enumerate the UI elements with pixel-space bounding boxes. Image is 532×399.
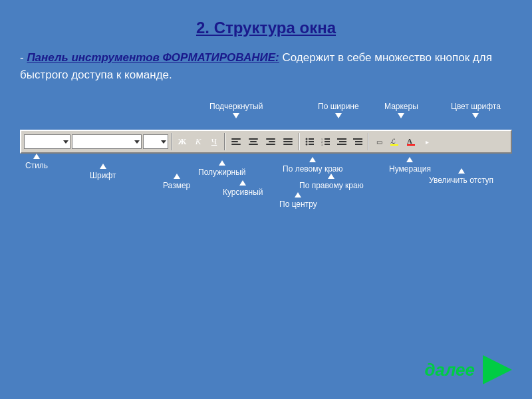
arrow-up-icon (219, 160, 225, 166)
svg-rect-13 (339, 141, 346, 142)
svg-rect-3 (309, 141, 314, 142)
label-uvelichit-otstup: Увеличить отступ (429, 168, 493, 185)
next-label: далее (424, 360, 475, 380)
bullets-button[interactable] (303, 134, 317, 150)
svg-text:A: A (407, 137, 412, 145)
label-razmer: Размер (163, 174, 190, 190)
arrow-up-icon (100, 164, 106, 169)
svg-rect-17 (355, 144, 362, 145)
align-right-icon (265, 137, 277, 146)
next-button[interactable]: далее (424, 355, 512, 384)
decrease-indent-icon (337, 137, 346, 146)
separator (368, 133, 369, 150)
bullets-icon (305, 137, 315, 146)
label-polujirny: Полужирный (198, 160, 246, 177)
label-po-shirine: По ширине (318, 102, 359, 118)
font-color-icon: A (406, 137, 416, 146)
arrow-up-icon (239, 180, 246, 186)
label-po-tsentru: По центру (279, 192, 317, 209)
toolbar-section: Подчеркнутый По ширине Маркеры Цвет шриф… (20, 102, 512, 240)
label-podcherknuty: Подчеркнутый (209, 102, 263, 118)
svg-rect-7 (325, 138, 330, 140)
align-justify-button[interactable] (280, 134, 296, 150)
align-left-icon (230, 137, 242, 146)
style-dropdown[interactable]: Обычный (24, 134, 70, 149)
numbering-button[interactable]: 1. 2. 3. (319, 134, 333, 150)
arrow-down-icon (398, 113, 404, 118)
align-center-icon (247, 137, 259, 146)
font-color-button[interactable]: A (404, 134, 418, 150)
label-tsvet-shrifta: Цвет шрифта (451, 102, 501, 118)
separator (224, 133, 225, 150)
label-po-pravomu: По правому краю (299, 174, 364, 190)
style-value: Обычный (26, 138, 59, 146)
border-color-button[interactable]: ▭ (372, 134, 386, 150)
bottom-labels-container: Стиль Шрифт Размер Полужирный Курсивный … (20, 154, 512, 240)
numbering-icon: 1. 2. 3. (321, 137, 331, 146)
svg-text:ℒ: ℒ (390, 138, 396, 145)
arrow-up-icon (174, 174, 180, 179)
subtitle-prefix: - (20, 51, 27, 64)
align-left-button[interactable] (228, 134, 244, 150)
arrow-up-icon (406, 157, 413, 162)
arrow-down-icon (233, 113, 239, 118)
svg-rect-5 (309, 144, 314, 145)
font-dropdown[interactable]: Times New Roman (72, 134, 142, 149)
italic-button[interactable]: К (191, 134, 205, 150)
svg-text:3.: 3. (321, 143, 323, 146)
page-title: 2. Структура окна (0, 0, 532, 37)
top-labels-container: Подчеркнутый По ширине Маркеры Цвет шриф… (20, 102, 512, 130)
highlight-color-button[interactable]: ℒ (388, 134, 402, 150)
separator (171, 133, 172, 150)
label-numeratsiya: Нумерация (389, 157, 431, 174)
svg-point-2 (306, 141, 308, 143)
font-caret-icon (134, 140, 140, 144)
bold-button[interactable]: Ж (175, 134, 190, 150)
increase-indent-icon (353, 137, 362, 146)
align-center-button[interactable] (245, 134, 261, 150)
arrow-up-icon (309, 157, 316, 162)
style-caret-icon (63, 140, 68, 144)
font-value: Times New Roman (74, 134, 132, 150)
svg-rect-11 (325, 144, 330, 145)
svg-rect-21 (407, 144, 415, 146)
arrow-up-icon (295, 192, 301, 198)
svg-rect-12 (337, 138, 346, 140)
svg-rect-16 (355, 141, 362, 142)
svg-point-0 (306, 138, 308, 140)
label-shrift: Шрифт (90, 164, 116, 180)
next-arrow-icon (483, 355, 512, 384)
align-justify-icon (282, 137, 294, 146)
highlight-icon: ℒ (390, 137, 400, 146)
label-kursivny: Курсивный (223, 180, 263, 197)
svg-rect-1 (309, 138, 314, 140)
label-markery: Маркеры (384, 102, 418, 118)
arrow-up-icon (33, 154, 40, 159)
formatting-toolbar: Обычный Times New Roman 10 Ж К Ч (20, 130, 512, 154)
subtitle-text: - Панель инструментов ФОРМАТИРОВАНИЕ: Со… (20, 49, 512, 83)
size-value: 10 (145, 138, 153, 146)
svg-point-4 (306, 144, 308, 146)
svg-rect-9 (325, 141, 330, 142)
arrow-down-icon (335, 113, 342, 118)
svg-rect-14 (337, 144, 346, 145)
svg-rect-15 (353, 138, 362, 140)
label-stil: Стиль (25, 154, 48, 170)
arrow-up-icon (458, 168, 465, 174)
decrease-indent-button[interactable] (334, 134, 349, 150)
separator (299, 133, 300, 150)
increase-indent-button[interactable] (350, 134, 365, 150)
align-right-button[interactable] (263, 134, 279, 150)
arrow-down-icon (472, 113, 479, 118)
svg-rect-19 (390, 144, 398, 146)
arrow-up-icon (328, 174, 334, 179)
subtitle-highlight: Панель инструментов ФОРМАТИРОВАНИЕ: (27, 51, 279, 64)
more-button[interactable]: ▸ (420, 134, 434, 150)
label-po-levomu: По левому краю (283, 157, 343, 174)
size-caret-icon (161, 140, 166, 144)
underline-button[interactable]: Ч (207, 134, 221, 150)
size-dropdown[interactable]: 10 (143, 134, 168, 149)
